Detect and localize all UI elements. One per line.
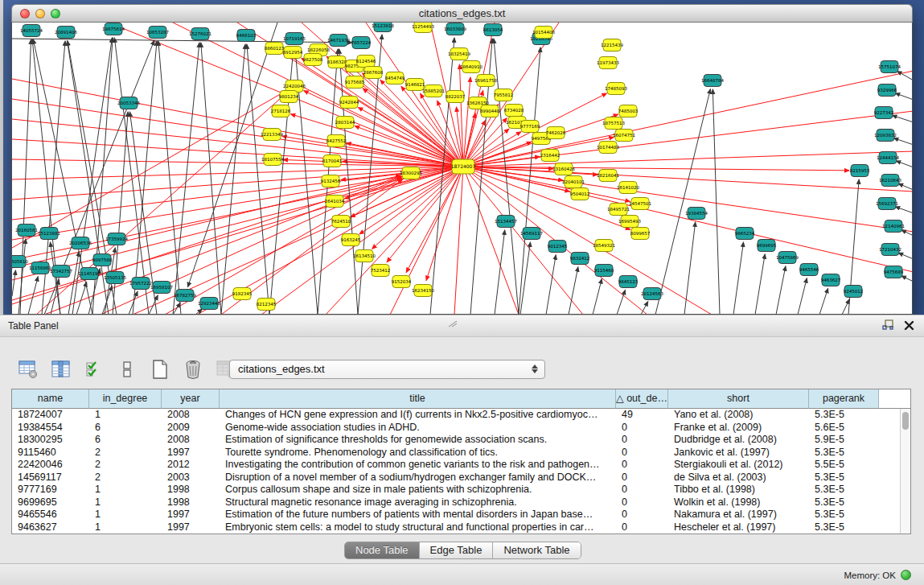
graph-node[interactable]: 9463627 xyxy=(821,274,841,286)
graph-node[interactable]: 8822037 xyxy=(446,91,466,103)
column-header-pagerank[interactable]: pagerank xyxy=(809,389,879,409)
graph-node[interactable]: 2803144 xyxy=(335,117,355,129)
table-cell[interactable]: de Silva et al. (2003) xyxy=(668,472,809,484)
table-cell[interactable]: Wolkin et al. (1998) xyxy=(668,496,809,509)
graph-node[interactable]: 19384554 xyxy=(685,208,708,220)
table-cell[interactable]: 2008 xyxy=(162,409,220,422)
graph-node[interactable]: 17359924 xyxy=(105,233,128,245)
table-cell[interactable]: 5.3E-5 xyxy=(809,521,879,534)
graph-node[interactable]: 6466103 xyxy=(236,30,257,42)
close-panel-icon[interactable] xyxy=(904,319,914,334)
graph-node[interactable]: 18724007 xyxy=(451,159,476,174)
graph-node[interactable]: 8427552 xyxy=(326,135,347,147)
table-cell[interactable]: 2 xyxy=(89,447,162,459)
table-settings-icon[interactable] xyxy=(16,357,40,381)
table-cell[interactable]: 1997 xyxy=(162,509,220,521)
table-cell[interactable]: Investigating the contribution of common… xyxy=(220,459,616,472)
graph-node[interactable]: 20124563 xyxy=(641,288,663,300)
graph-node[interactable]: 16995493 xyxy=(618,216,641,228)
graph-node[interactable]: 8212345 xyxy=(257,299,277,311)
table-cell[interactable]: Changes of HCN gene expression and I(f) … xyxy=(220,409,616,422)
table-row[interactable]: 946554611997Estimation of the future num… xyxy=(12,509,900,521)
table-cell[interactable]: 0 xyxy=(616,447,668,459)
table-cell[interactable]: 18724007 xyxy=(12,409,89,422)
graph-node[interactable]: 8215953 xyxy=(850,165,870,177)
table-cell[interactable]: Franke et al. (2009) xyxy=(668,422,809,435)
zoom-window-button[interactable] xyxy=(51,9,60,19)
table-cell[interactable]: 5.3E-5 xyxy=(809,509,879,521)
graph-node[interactable]: 20160561 xyxy=(15,225,38,237)
table-cell[interactable]: 5.3E-5 xyxy=(809,472,879,484)
graph-node[interactable]: 8099657 xyxy=(630,228,651,240)
graph-node[interactable]: 12140961 xyxy=(882,220,905,233)
column-header-in_degree[interactable]: in_degree xyxy=(89,389,162,409)
graph-node[interactable]: 12093832 xyxy=(874,130,897,142)
table-cell[interactable]: 9699695 xyxy=(12,496,89,509)
table-cell[interactable]: 2 xyxy=(89,459,162,472)
graph-node[interactable]: 9242844 xyxy=(339,97,359,109)
graph-node[interactable]: 12923448 xyxy=(198,298,220,310)
graph-node[interactable]: 9152034 xyxy=(392,276,412,288)
graph-node[interactable]: 8860123 xyxy=(265,43,285,55)
table-cell[interactable]: Hescheler et al. (1997) xyxy=(668,521,809,534)
graph-node[interactable]: 16134510 xyxy=(353,250,376,262)
table-cell[interactable]: 5.5E-5 xyxy=(809,459,879,472)
graph-node[interactable]: 9175685 xyxy=(345,76,365,89)
graph-node[interactable]: 16074751 xyxy=(613,130,635,142)
column-header-year[interactable]: year xyxy=(162,389,220,409)
graph-node[interactable]: 13505135 xyxy=(104,272,126,284)
tab-edge-table[interactable]: Edge Table xyxy=(420,542,494,558)
table-cell[interactable]: 5.3E-5 xyxy=(809,496,879,509)
table-cell[interactable]: 0 xyxy=(616,484,668,496)
graph-node[interactable]: 9329966 xyxy=(877,84,897,97)
table-row[interactable]: 1872400712008Changes of HCN gene express… xyxy=(12,409,900,422)
graph-node[interactable]: 18300295 xyxy=(400,167,422,179)
graph-node[interactable]: 7523412 xyxy=(371,265,391,277)
table-selector-dropdown[interactable]: citations_edges.txt xyxy=(229,360,545,379)
table-cell[interactable]: 5.3E-5 xyxy=(809,409,879,422)
graph-node[interactable]: 9465546 xyxy=(799,264,819,276)
graph-node[interactable]: 10475869 xyxy=(776,252,799,264)
table-cell[interactable]: 2 xyxy=(89,472,162,484)
graph-node[interactable]: 2718126 xyxy=(271,105,291,117)
splitter-grip[interactable] xyxy=(447,316,458,331)
select-all-rows-icon[interactable] xyxy=(82,357,106,381)
table-row[interactable]: 1938455462009Genome-wide association stu… xyxy=(12,422,900,435)
graph-node[interactable]: 9475689 xyxy=(884,266,904,278)
graph-node[interactable]: 8454749 xyxy=(385,72,405,84)
table-cell[interactable]: 5.3E-5 xyxy=(809,447,879,459)
graph-node[interactable]: 22040101 xyxy=(562,176,585,188)
graph-node[interactable]: 7624510 xyxy=(331,216,351,228)
graph-node[interactable]: 18216041 xyxy=(597,170,619,182)
graph-node[interactable]: 16234150 xyxy=(412,285,434,297)
graph-node[interactable]: 14547501 xyxy=(629,198,651,210)
table-row[interactable]: 1830029562008Estimation of significance … xyxy=(12,434,900,447)
graph-node[interactable]: 6734028 xyxy=(504,105,524,117)
graph-node[interactable]: 15123881 xyxy=(38,228,60,240)
graph-node[interactable]: 7955812 xyxy=(494,89,514,101)
new-table-icon[interactable] xyxy=(148,357,172,381)
graph-node[interactable]: 15692371 xyxy=(876,198,898,210)
graph-node[interactable]: 9827508 xyxy=(303,54,323,66)
graph-node[interactable]: 14569117 xyxy=(520,228,543,240)
table-cell[interactable]: Disruption of a novel member of a sodium… xyxy=(220,472,616,484)
graph-node[interactable]: 10174483 xyxy=(597,142,619,154)
graph-node[interactable]: 15751074 xyxy=(878,61,901,73)
table-cell[interactable]: Embryonic stem cells: a model to study s… xyxy=(220,521,616,534)
table-cell[interactable]: 2012 xyxy=(162,459,220,472)
table-cell[interactable]: 2003 xyxy=(162,472,220,484)
graph-node[interactable]: 11156869 xyxy=(29,262,51,274)
graph-node[interactable]: 9097588 xyxy=(92,254,113,266)
table-cell[interactable]: 2009 xyxy=(162,422,220,435)
table-row[interactable]: 946362711997Embryonic stem cells: a mode… xyxy=(12,521,900,534)
table-cell[interactable]: 5.9E-5 xyxy=(809,434,879,447)
graph-node[interactable]: 10154408 xyxy=(532,27,555,39)
graph-node[interactable]: 8912954 xyxy=(283,47,303,59)
table-cell[interactable]: Dudbridge et al. (2008) xyxy=(668,434,809,447)
graph-node[interactable]: 2641034 xyxy=(325,196,345,208)
graph-node[interactable]: 11145195 xyxy=(78,268,101,280)
graph-node[interactable]: 9777169 xyxy=(520,121,540,133)
graph-node[interactable]: 8990448 xyxy=(480,105,500,117)
graph-node[interactable]: 8813054 xyxy=(483,24,503,36)
graph-node[interactable]: 13160426 xyxy=(552,163,575,175)
